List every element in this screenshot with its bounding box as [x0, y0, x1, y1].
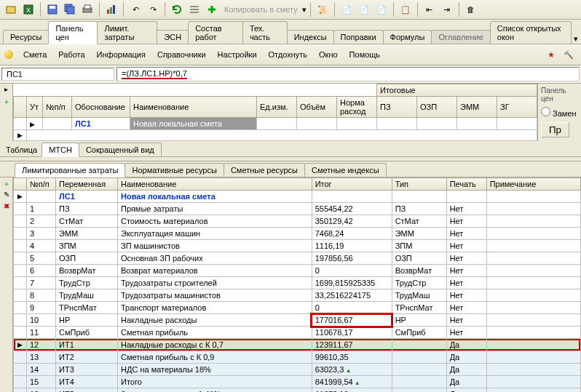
hammer-icon[interactable]: 🔨	[561, 47, 577, 63]
menu-7[interactable]: Помощь	[344, 48, 387, 61]
menu-6[interactable]: Окно	[313, 48, 344, 61]
main-tab-6[interactable]: Индексы	[287, 30, 334, 44]
tool-indent-right-icon[interactable]: ⇥	[439, 1, 455, 17]
tab-dropdown-icon[interactable]: ▾	[574, 34, 578, 44]
table-row[interactable]: 4ЗПМЗП машинистов1116,19ЗПМНет	[14, 240, 581, 252]
table-row[interactable]: ▶	[14, 130, 537, 141]
replace-radio[interactable]	[541, 107, 550, 116]
tab-mtsn[interactable]: МТСН	[42, 143, 79, 157]
table-row[interactable]: 9ТРнспМатТранспорт материалов0ТРнспМатНе…	[14, 302, 581, 314]
edit-icon[interactable]: ✎	[1, 191, 12, 201]
main-tab-5[interactable]: Тех. часть	[242, 21, 288, 44]
star-icon[interactable]: ★	[543, 47, 559, 63]
formula-input[interactable]: =(ЛЗ.ЛС1.НР)*0,7	[116, 67, 580, 81]
svg-rect-8	[84, 5, 90, 9]
table-row[interactable]: 6ВозврМатВозврат материалов0ВозврМатНет	[14, 265, 581, 277]
col-header[interactable]: Печать	[446, 178, 486, 191]
main-tab-0[interactable]: Ресурсы	[3, 30, 49, 44]
panel-title: Панель цен	[541, 87, 578, 103]
menu-0[interactable]: Смета	[17, 48, 52, 61]
table-row[interactable]: ▶ЛС1Новая локальная смета	[14, 191, 581, 203]
add-icon[interactable]: ＋	[1, 179, 12, 189]
main-tab-8[interactable]: Формулы	[383, 30, 432, 44]
menu-1[interactable]: Работа	[52, 48, 90, 61]
svg-rect-9	[107, 9, 109, 14]
tool-chart-icon[interactable]	[103, 1, 119, 17]
table-row[interactable]: 10НРНакладные расходы177016,67НРНет	[14, 314, 581, 327]
tool-refresh-icon[interactable]	[169, 1, 185, 17]
tool-saveall-icon[interactable]	[62, 1, 78, 17]
table-label: Таблица	[1, 143, 42, 156]
svg-rect-6	[67, 7, 74, 14]
main-tab-10[interactable]: Список открытых окон	[490, 21, 572, 44]
lower-tab-0[interactable]: Лимитированные затраты	[15, 163, 125, 177]
col-header[interactable]	[14, 178, 27, 191]
svg-rect-10	[110, 7, 112, 14]
tool-delete-icon[interactable]: 🗑	[463, 1, 479, 17]
tool-excel-icon[interactable]: X	[20, 1, 36, 17]
tab-short-view[interactable]: Сокращенный вид	[79, 143, 162, 156]
tool-print-icon[interactable]	[79, 1, 95, 17]
bullet-icon	[4, 50, 13, 59]
table-row[interactable]: 13ИТ2Сметная прибыль с К 0,999610,35Да	[14, 351, 581, 364]
menu-3[interactable]: Справочники	[151, 48, 212, 61]
col-header[interactable]: Примечание	[486, 178, 580, 191]
tool-indent-left-icon[interactable]: ⇤	[422, 1, 438, 17]
copy-to-estimate-button[interactable]: Копировать в смету	[221, 1, 301, 17]
tool-add-icon[interactable]	[204, 1, 220, 17]
main-tab-7[interactable]: Поправки	[333, 30, 384, 44]
menu-2[interactable]: Информация	[91, 48, 151, 61]
tool-open-icon[interactable]	[3, 1, 19, 17]
formula-name-field[interactable]: ПС1	[1, 68, 114, 81]
lower-grid[interactable]: №п/пПеременнаяНаименованиеИтогТипПечатьП…	[13, 177, 581, 392]
table-row[interactable]: 7ТрудСтрТрудозатраты строителей1699,8159…	[14, 277, 581, 289]
menu-5[interactable]: Отдохнуть	[263, 48, 314, 61]
table-row[interactable]: 16ИТ5Зимнее удорожание 1,41%11872,19 ▲Да	[14, 388, 581, 393]
pr-button[interactable]: Пр	[541, 122, 569, 137]
table-row[interactable]: ▶ ЛС1 Новая локальная смета	[14, 118, 537, 130]
tool-undo-icon[interactable]: ↶	[127, 1, 143, 17]
collapse-icon[interactable]: ▸	[1, 85, 12, 95]
svg-text:X: X	[26, 7, 31, 14]
main-tab-3[interactable]: ЭСН	[157, 30, 189, 44]
table-row[interactable]: 11СмПрибСметная прибыль110678,17СмПрибНе…	[14, 327, 581, 339]
upper-grid[interactable]: ИтоговыеУт№п/пОбоснованиеНаименованиеЕд.…	[13, 84, 537, 141]
col-header[interactable]: Переменная	[56, 178, 118, 191]
table-row[interactable]: 5ОЗПОсновная ЗП рабочих197856,56ОЗПНет	[14, 252, 581, 265]
table-row[interactable]: 15ИТ4Итого841999,54 ▲Да	[14, 376, 581, 388]
add-row-icon[interactable]: ＋	[1, 97, 12, 107]
col-header[interactable]: №п/п	[27, 178, 56, 191]
tool-save-icon[interactable]	[44, 1, 60, 17]
replace-label: Замен	[553, 109, 577, 118]
table-row[interactable]: ▶12ИТ1Накладные расходы с К 0,7123911,67…	[14, 339, 581, 351]
tool-list-icon[interactable]	[186, 1, 202, 17]
col-header[interactable]: Тип	[392, 178, 446, 191]
table-row[interactable]: 14ИТ3НДС на материалы 18%63023,3 ▲Да	[14, 364, 581, 376]
delete-icon[interactable]: ✖	[1, 202, 12, 212]
svg-rect-0	[7, 7, 15, 13]
tool-copy-icon[interactable]: 📋	[398, 1, 414, 17]
lower-tab-2[interactable]: Сметные ресурсы	[224, 163, 305, 177]
menu-4[interactable]: Настройки	[212, 48, 263, 61]
lower-left-gutter: ＋ ✎ ✖	[0, 177, 13, 392]
table-row[interactable]: 2СтМатСтоимость материалов350129,42СтМат…	[14, 215, 581, 228]
main-tab-9[interactable]: Оглавление	[431, 30, 490, 44]
tool-doc3-icon[interactable]: 📄	[374, 1, 390, 17]
col-header[interactable]: Наименование	[118, 178, 312, 191]
tool-redo-icon[interactable]: ↷	[145, 1, 161, 17]
main-tab-4[interactable]: Состав работ	[188, 21, 243, 44]
lower-tab-1[interactable]: Нормативные ресурсы	[125, 163, 224, 177]
col-header[interactable]: Итог	[312, 178, 392, 191]
tool-doc2-icon[interactable]: 📄	[356, 1, 372, 17]
table-row[interactable]: 8ТрудМашТрудозатраты машинистов33,251622…	[14, 289, 581, 302]
lower-tab-3[interactable]: Сметные индексы	[304, 163, 387, 177]
upper-left-gutter: ▸ ＋	[0, 84, 13, 141]
table-row[interactable]: 3ЭММЭксплуатация машин7468,24ЭММНет	[14, 228, 581, 240]
menu-bar: СметаРаботаИнформацияСправочникиНастройк…	[0, 44, 581, 65]
tool-doc1-icon[interactable]: 📄	[339, 1, 355, 17]
main-toolbar: X ↶ ↷ Копировать в смету▾ 📜 📄 📄 📄 📋 ⇤ ⇥ …	[0, 0, 581, 20]
tool-scroll-icon[interactable]: 📜	[315, 1, 331, 17]
table-row[interactable]: 1ПЗПрямые затраты555454,22ПЗНет	[14, 203, 581, 215]
main-tab-1[interactable]: Панель цен	[48, 21, 98, 44]
main-tab-2[interactable]: Лимит. затраты	[97, 21, 157, 44]
